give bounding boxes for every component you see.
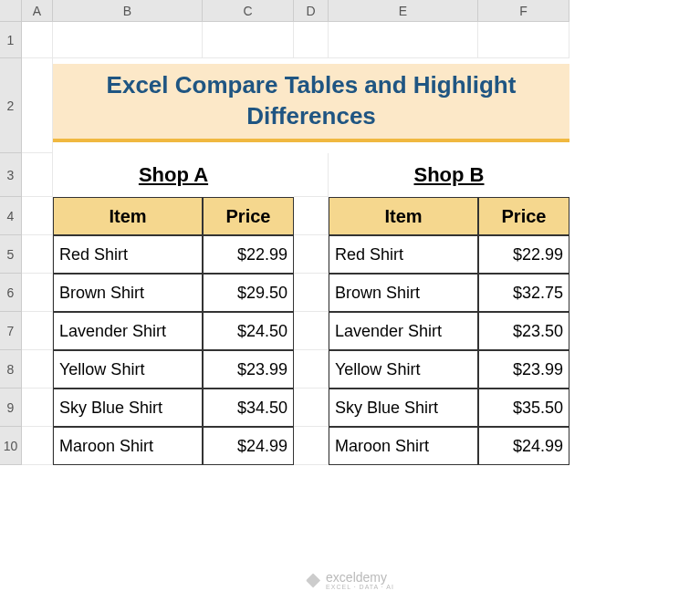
shop-a-price-5[interactable]: $24.99: [203, 427, 294, 465]
watermark-name: exceldemy: [326, 571, 394, 584]
cell-d3[interactable]: [294, 153, 329, 197]
shop-a-header-price[interactable]: Price: [203, 197, 294, 235]
row-header-2[interactable]: 2: [0, 58, 22, 153]
row-header-10[interactable]: 10: [0, 427, 22, 465]
shop-b-header-price[interactable]: Price: [478, 197, 569, 235]
row-header-3[interactable]: 3: [0, 153, 22, 197]
row-header-7[interactable]: 7: [0, 312, 22, 350]
cell-a3[interactable]: [22, 153, 53, 197]
watermark: exceldemy EXCEL · DATA · AI: [306, 571, 394, 590]
page-title[interactable]: Excel Compare Tables and Highlight Diffe…: [53, 64, 569, 142]
shop-b-price-4[interactable]: $35.50: [478, 389, 569, 427]
cell-a10[interactable]: [22, 427, 53, 465]
col-header-e[interactable]: E: [329, 0, 478, 22]
shop-b-header-item[interactable]: Item: [329, 197, 478, 235]
shop-a-price-4[interactable]: $34.50: [203, 389, 294, 427]
shop-b-item-0[interactable]: Red Shirt: [329, 235, 478, 274]
row-header-8[interactable]: 8: [0, 350, 22, 389]
cell-d6[interactable]: [294, 274, 329, 312]
shop-a-item-3[interactable]: Yellow Shirt: [53, 350, 203, 389]
shop-b-item-2[interactable]: Lavender Shirt: [329, 312, 478, 350]
cell-d5[interactable]: [294, 235, 329, 274]
cell-a1[interactable]: [22, 22, 53, 58]
shop-a-header-item[interactable]: Item: [53, 197, 203, 235]
col-header-c[interactable]: C: [203, 0, 294, 22]
row-header-6[interactable]: 6: [0, 274, 22, 312]
cell-a6[interactable]: [22, 274, 53, 312]
col-header-a[interactable]: A: [22, 0, 53, 22]
cell-f1[interactable]: [478, 22, 569, 58]
cell-d7[interactable]: [294, 312, 329, 350]
row-header-5[interactable]: 5: [0, 235, 22, 274]
cell-a8[interactable]: [22, 350, 53, 389]
shop-b-price-0[interactable]: $22.99: [478, 235, 569, 274]
cell-a4[interactable]: [22, 197, 53, 235]
shop-a-item-5[interactable]: Maroon Shirt: [53, 427, 203, 465]
col-header-f[interactable]: F: [478, 0, 569, 22]
col-header-b[interactable]: B: [53, 0, 203, 22]
select-all-corner[interactable]: [0, 0, 22, 22]
shop-b-label[interactable]: Shop B: [329, 153, 569, 197]
cell-a2[interactable]: [22, 58, 53, 153]
shop-a-item-0[interactable]: Red Shirt: [53, 235, 203, 274]
cell-d8[interactable]: [294, 350, 329, 389]
shop-a-item-4[interactable]: Sky Blue Shirt: [53, 389, 203, 427]
shop-a-price-1[interactable]: $29.50: [203, 274, 294, 312]
shop-b-price-1[interactable]: $32.75: [478, 274, 569, 312]
shop-a-item-1[interactable]: Brown Shirt: [53, 274, 203, 312]
shop-a-label[interactable]: Shop A: [53, 153, 294, 197]
watermark-icon: [306, 574, 320, 588]
cell-d1[interactable]: [294, 22, 329, 58]
shop-b-price-3[interactable]: $23.99: [478, 350, 569, 389]
cell-b1[interactable]: [53, 22, 203, 58]
row-header-4[interactable]: 4: [0, 197, 22, 235]
shop-b-item-1[interactable]: Brown Shirt: [329, 274, 478, 312]
cell-c1[interactable]: [203, 22, 294, 58]
row-header-9[interactable]: 9: [0, 389, 22, 427]
cell-d10[interactable]: [294, 427, 329, 465]
shop-b-item-4[interactable]: Sky Blue Shirt: [329, 389, 478, 427]
cell-d9[interactable]: [294, 389, 329, 427]
shop-b-price-5[interactable]: $24.99: [478, 427, 569, 465]
row-header-1[interactable]: 1: [0, 22, 22, 58]
cell-e1[interactable]: [329, 22, 478, 58]
cell-a7[interactable]: [22, 312, 53, 350]
shop-a-price-0[interactable]: $22.99: [203, 235, 294, 274]
cell-a9[interactable]: [22, 389, 53, 427]
watermark-tagline: EXCEL · DATA · AI: [326, 584, 394, 590]
cell-d4[interactable]: [294, 197, 329, 235]
shop-a-price-3[interactable]: $23.99: [203, 350, 294, 389]
cell-a5[interactable]: [22, 235, 53, 274]
shop-b-item-3[interactable]: Yellow Shirt: [329, 350, 478, 389]
shop-a-item-2[interactable]: Lavender Shirt: [53, 312, 203, 350]
col-header-d[interactable]: D: [294, 0, 329, 22]
spreadsheet-grid: A B C D E F 1 2 Excel Compare Tables and…: [0, 0, 700, 465]
shop-a-price-2[interactable]: $24.50: [203, 312, 294, 350]
shop-b-price-2[interactable]: $23.50: [478, 312, 569, 350]
shop-b-item-5[interactable]: Maroon Shirt: [329, 427, 478, 465]
